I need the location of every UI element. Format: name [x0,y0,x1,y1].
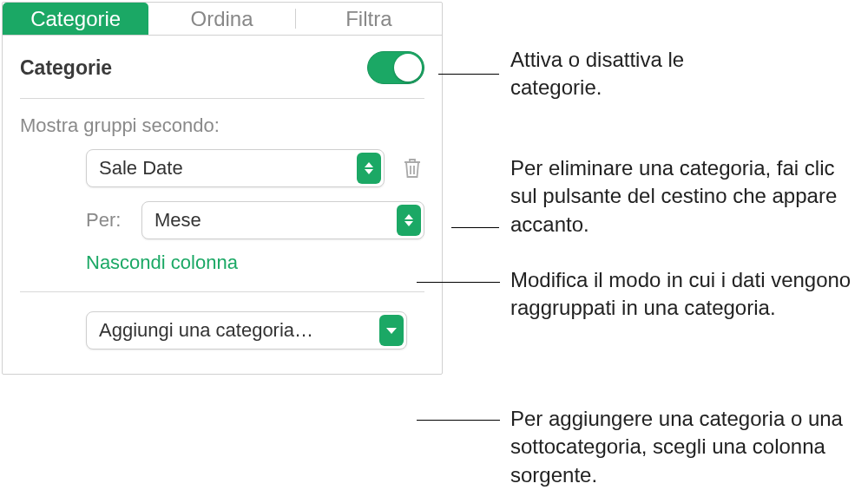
chevron-down-icon [379,315,404,346]
toggle-knob [394,54,422,82]
callout-add: Per aggiungere una categoria o una sotto… [510,405,866,489]
group-by-row: Sale Date [20,149,424,187]
leader-line [451,227,499,228]
per-label: Per: [86,209,129,232]
tab-categorie[interactable]: Categorie [3,3,148,35]
categories-toggle[interactable] [367,51,424,84]
group-by-section: Mostra gruppi secondo: Sale Date Per: Me… [3,99,442,291]
add-category-label: Aggiungi una categoria… [99,319,313,342]
leader-line [417,282,500,283]
trash-icon [403,157,422,180]
per-value: Mese [155,209,201,232]
callout-toggle: Attiva o disattiva le categorie. [510,46,771,102]
leader-line [417,420,500,421]
section-header: Categorie [3,36,442,98]
callout-modify: Modifica il modo in cui i dati vengono r… [510,266,858,323]
tab-ordina[interactable]: Ordina [148,3,294,35]
add-category-row: Aggiungi una categoria… [20,311,424,349]
updown-icon [357,153,381,184]
updown-icon [397,205,421,236]
categories-panel: Categorie Ordina Filtra Categorie Mostra… [2,2,443,375]
per-select[interactable]: Mese [141,201,424,239]
callout-delete: Per eliminare una categoria, fai clic su… [510,154,858,238]
group-by-select[interactable]: Sale Date [86,149,385,187]
group-by-value: Sale Date [99,157,183,180]
add-category-select[interactable]: Aggiungi una categoria… [86,311,407,349]
add-category-section: Aggiungi una categoria… [3,292,442,374]
tab-filtra[interactable]: Filtra [296,3,442,35]
group-by-label: Mostra gruppi secondo: [20,114,424,137]
leader-line [438,74,499,75]
tabs-bar: Categorie Ordina Filtra [3,3,442,36]
hide-column-link[interactable]: Nascondi colonna [20,248,424,288]
per-row: Per: Mese [20,201,424,239]
delete-category-button[interactable] [400,155,424,181]
section-title: Categorie [20,56,112,80]
